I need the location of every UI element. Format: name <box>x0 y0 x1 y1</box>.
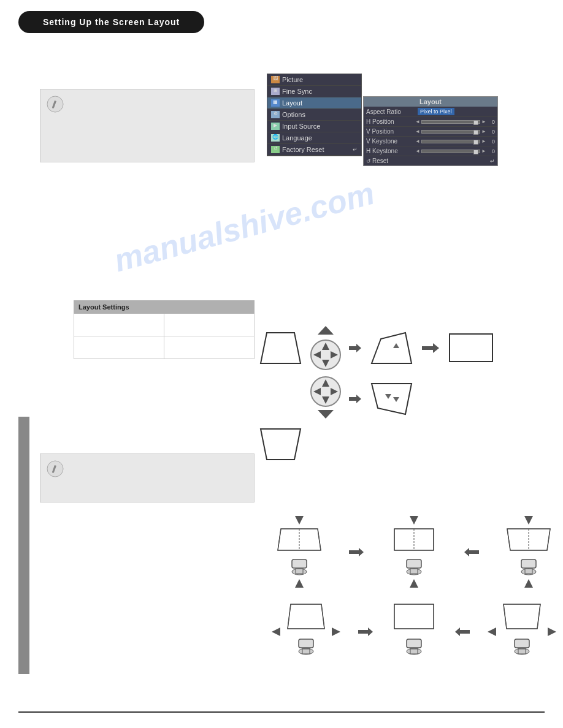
svg-rect-72 <box>515 639 529 648</box>
svg-rect-40 <box>407 559 421 568</box>
arrow-right-3 <box>348 393 362 404</box>
arrow-right-2 <box>421 342 440 354</box>
projector-h-svg-3 <box>497 601 546 662</box>
svg-rect-12 <box>450 334 492 362</box>
svg-rect-58 <box>299 639 313 648</box>
screen-trap-bottomleft-standalone <box>258 426 304 463</box>
svg-marker-55 <box>288 604 324 629</box>
proj-item-3 <box>504 515 553 589</box>
down-arrow-proj2 <box>408 515 419 526</box>
down-arrow-proj3 <box>523 515 534 526</box>
vkeystone-value: 0 <box>486 138 495 145</box>
up-arrow-indicator <box>316 325 335 336</box>
svg-marker-67 <box>455 628 470 636</box>
svg-rect-64 <box>407 639 421 648</box>
layout-vposition-row[interactable]: V Position ◄ ► 0 <box>364 127 497 137</box>
layout-vkeystone-row[interactable]: V Keystone ◄ ► 0 <box>364 137 497 146</box>
svg-marker-23 <box>261 429 301 460</box>
proj-h-item-2 <box>389 601 439 662</box>
up-arrow-proj3 <box>523 578 534 589</box>
proj-h-item-1 <box>270 601 342 662</box>
layout-aspect-ratio-row[interactable]: Aspect Ratio Pixel to Pixel <box>364 107 497 117</box>
vkeystone-slider[interactable] <box>421 140 480 143</box>
table-row-2 <box>74 336 255 359</box>
screen-rect-1 <box>446 331 496 365</box>
layout-reset-row[interactable]: ↺ Reset ↵ <box>364 156 497 165</box>
nav-circle-up <box>310 339 342 371</box>
slider-right-arrow: ► <box>481 119 486 124</box>
language-icon: 🌐 <box>271 134 280 142</box>
layout-submenu: Layout Aspect Ratio Pixel to Pixel H Pos… <box>363 96 498 166</box>
menu-item-finesync[interactable]: ⊞ Fine Sync <box>267 86 361 97</box>
finesync-icon: ⊞ <box>271 88 280 95</box>
hposition-label: H Position <box>366 118 415 125</box>
slider-left-arrow3: ◄ <box>415 138 420 144</box>
hkeystone-slider[interactable] <box>421 150 480 153</box>
proj-arrow-left-h1 <box>454 626 471 637</box>
note-text-top <box>69 96 248 156</box>
table-cell-2-1 <box>74 336 164 358</box>
watermark: manualshive.com <box>110 175 378 279</box>
menu-item-layout[interactable]: ▦ Layout <box>267 97 361 109</box>
projector-h-svg-1 <box>282 601 331 662</box>
input-icon: ▶ <box>271 123 280 130</box>
table-header: Layout Settings <box>74 300 255 314</box>
layout-icon: ▦ <box>271 99 280 107</box>
nav-circle-down <box>310 376 342 408</box>
svg-marker-62 <box>358 628 373 636</box>
hkeystone-label: H Keystone <box>366 148 415 154</box>
svg-marker-34 <box>349 548 364 556</box>
hposition-value: 0 <box>486 119 495 125</box>
proj-item-1 <box>275 515 324 589</box>
proj-arrow-right-1 <box>348 547 365 558</box>
screen-trap-topright <box>369 330 415 366</box>
right-arrow-h3 <box>486 626 497 637</box>
table-cell-2-2 <box>164 336 254 358</box>
up-arrow-proj1 <box>294 578 305 589</box>
proj-arrow-left-1 <box>463 547 480 558</box>
menu-item-language[interactable]: 🌐 Language <box>267 132 361 144</box>
screen-trap-topleft <box>258 330 304 366</box>
svg-rect-74 <box>518 649 526 654</box>
reset-enter-icon: ↵ <box>490 158 495 164</box>
osd-menu: 🖼 Picture ⊞ Fine Sync ▦ Layout ⚙ Options… <box>267 74 362 156</box>
left-arrow-h1 <box>331 626 342 637</box>
proj-h-item-3 <box>486 601 557 662</box>
note-box-top <box>40 89 255 162</box>
table-cell-1-1 <box>74 314 164 336</box>
factoryreset-icon: ↺ <box>271 146 280 153</box>
projector-vkeystone-diagrams <box>264 515 563 662</box>
projector-svg-2 <box>389 526 439 578</box>
slider-right-arrow4: ► <box>481 148 486 154</box>
svg-marker-20 <box>372 384 412 414</box>
menu-item-picture[interactable]: 🖼 Picture <box>267 74 361 86</box>
hkeystone-value: 0 <box>486 148 495 154</box>
svg-marker-54 <box>272 628 280 636</box>
svg-rect-52 <box>525 569 532 574</box>
svg-marker-75 <box>548 628 556 636</box>
menu-item-input[interactable]: ▶ Input Source <box>267 121 361 132</box>
svg-rect-42 <box>410 569 418 574</box>
layout-hposition-row[interactable]: H Position ◄ ► 0 <box>364 117 497 127</box>
layout-menu-header: Layout <box>364 97 497 107</box>
vposition-slider[interactable] <box>421 130 480 134</box>
left-arrow-h3 <box>546 626 557 637</box>
menu-item-options[interactable]: ⚙ Options <box>267 109 361 121</box>
enter-icon: ↵ <box>353 146 358 153</box>
layout-hkeystone-row[interactable]: H Keystone ◄ ► 0 <box>364 146 497 156</box>
table-cell-1-2 <box>164 314 254 336</box>
svg-rect-32 <box>296 569 303 574</box>
down-arrow-proj1 <box>294 515 305 526</box>
proj-item-2 <box>389 515 439 589</box>
vkeystone-diagram-area <box>258 325 496 422</box>
projector-svg-3 <box>504 526 553 578</box>
right-arrow-h1 <box>270 626 282 637</box>
svg-rect-30 <box>292 559 307 568</box>
hposition-slider[interactable] <box>421 120 480 124</box>
svg-marker-11 <box>422 343 439 353</box>
picture-icon: 🖼 <box>271 76 280 83</box>
options-icon: ⚙ <box>271 111 280 118</box>
svg-marker-44 <box>464 548 479 556</box>
menu-item-reset[interactable]: ↺ Factory Reset ↵ <box>267 144 361 156</box>
arrow-right-1 <box>348 343 362 354</box>
